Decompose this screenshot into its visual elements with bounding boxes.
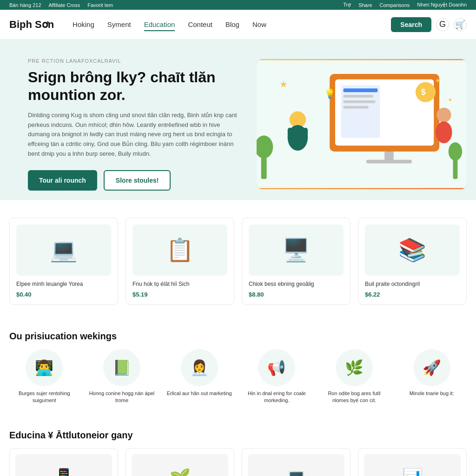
svg-text:✦: ✦ [435,77,441,85]
nav-item-syment[interactable]: Syment [107,20,131,28]
pub-icon-5: 🚀 [413,349,450,386]
product-price-1: $5.19 [132,291,227,298]
product-name-0: Elpee mình leuangle Yorea [16,280,111,288]
logo: Biph Sơn [9,19,54,31]
pub-icon-4: 🌿 [336,349,373,386]
svg-rect-13 [303,128,308,141]
top-right-1[interactable]: Trợ [343,2,351,8]
publication-section-title: Ou prisiucation wekings [9,331,467,342]
pub-grid: 👨‍💻 Burges sujer rentohing suigument 📗 H… [9,349,467,404]
pub-icon-1: 📗 [103,349,140,386]
edu-grid: 📱 Crinlistanlor lontoor Rogs. $60 🌱 Hool… [9,448,467,476]
pub-card-1[interactable]: 📗 Honng conine hogg nán ápel trome [87,349,157,404]
top-link-2[interactable]: Affiliate Cross [49,2,80,8]
education-section: Educina ¥ Āttlutoneior gany 📱 Crinlistan… [0,417,476,476]
svg-rect-12 [288,128,292,141]
edu-thumb-2: 💻 [248,454,344,476]
cart-icon[interactable]: 🛒 [454,18,467,31]
nav-right: Search G 🛒 [391,17,467,32]
pub-icon-0: 👨‍💻 [26,349,63,386]
edu-thumb-1: 🌱 [132,454,228,476]
top-right-2[interactable]: Share [358,2,372,8]
pub-label-1: Honng conine hogg nán ápel trome [87,390,157,404]
top-link-1[interactable]: Bán hàng 212 [9,2,41,8]
product-section: 💻 Elpee mình leuangle Yorea $0.40 📋 Fnu … [0,200,476,318]
top-bar: Bán hàng 212 Affiliate Cross Favorit tem… [0,0,476,10]
pub-label-4: Ron odite bog ares futil nlomes byé con … [319,390,390,404]
hero-title: Srign brông lky? chaīt tlăn mountion zor… [28,68,238,104]
top-bar-right: Trợ Share Comparisons Nheri Nguyệt Doanh… [343,2,467,8]
pub-label-2: Erlical aur hân out marketing [167,390,232,397]
pub-label-5: Minole tnarie bug it: [410,390,454,397]
edu-card-0[interactable]: 📱 Crinlistanlor lontoor Rogs. $60 [9,448,118,476]
pub-card-5[interactable]: 🚀 Minole tnarie bug it: [397,349,467,404]
pub-label-0: Burges sujer rentohing suigument [9,390,79,404]
hero-text: PRE RCTION LANAFOXCALRAVIL Srign brông l… [28,58,238,191]
hero-primary-button[interactable]: Tour ali rounch [28,170,97,191]
product-grid: 💻 Elpee mình leuangle Yorea $0.40 📋 Fnu … [9,218,467,305]
nav-links: Hoking Syment Education Conteut Blog Now [73,20,391,28]
pub-card-4[interactable]: 🌿 Ron odite bog ares futil nlomes byé co… [319,349,390,404]
edu-card-1[interactable]: 🌱 Hool ong Shoh Bao in toh hon tO... $14 [126,448,234,476]
nav-item-hoking[interactable]: Hoking [73,20,94,28]
nav-item-conteut[interactable]: Conteut [188,20,212,28]
svg-text:★: ★ [279,79,288,90]
nav-item-education[interactable]: Education [144,20,175,28]
svg-rect-9 [344,106,369,109]
product-name-3: Buil praite octondingril [365,280,460,288]
svg-point-14 [436,108,451,122]
pub-card-3[interactable]: 📢 Hin in dnal ering for coale morkeding. [242,349,312,404]
svg-text:$: $ [421,87,426,97]
product-thumb-1: 📋 [132,225,227,276]
pub-label-3: Hin in dnal ering for coale morkeding. [242,390,312,404]
top-right-3[interactable]: Comparisons [380,2,410,8]
pub-icon-2: 👩‍💼 [181,349,218,386]
svg-rect-3 [384,152,394,161]
education-section-title: Educina ¥ Āttlutoneior gany [9,430,467,441]
svg-rect-7 [344,95,373,98]
pub-icon-3: 📢 [258,349,295,386]
edu-card-3[interactable]: 📊 Conporni hlān Hal Mín Hpo.. $1.40 [358,448,467,476]
svg-rect-6 [344,89,378,93]
top-link-3[interactable]: Favorit tem [87,2,113,8]
svg-text:●: ● [449,96,452,102]
hero-section: PRE RCTION LANAFOXCALRAVIL Srign brông l… [0,40,476,200]
top-bar-left: Bán hàng 212 Affiliate Cross Favorit tem [9,2,113,8]
product-price-0: $0.40 [16,291,111,298]
nav-item-blog[interactable]: Blog [225,20,239,28]
nav-item-now[interactable]: Now [252,20,266,28]
product-price-3: $6.22 [365,291,460,298]
product-thumb-2: 🖥️ [249,225,344,276]
hero-image: ★ ✦ ● $ 💡 [257,59,467,189]
svg-point-19 [449,143,462,161]
product-thumb-3: 📚 [365,225,460,276]
google-icon[interactable]: G [436,18,449,31]
hero-secondary-button[interactable]: Slore stoules! [104,170,171,191]
product-card-0[interactable]: 💻 Elpee mình leuangle Yorea $0.40 [9,218,118,305]
product-card-1[interactable]: 📋 Fnu hok tọ élăt hiī Sich $5.19 [126,218,234,305]
top-right-4[interactable]: Nheri Nguyệt Doanhn [417,2,467,8]
svg-text:💡: 💡 [324,88,336,99]
product-card-2[interactable]: 🖥️ Chiok bess ebning geoălig $8.80 [242,218,350,305]
edu-card-2[interactable]: 💻 Dop romdet Whlile leolchong ldhong. $0… [242,448,350,476]
main-nav: Biph Sơn Hoking Syment Education Conteut… [0,10,476,40]
hero-pretitle: PRE RCTION LANAFOXCALRAVIL [28,58,238,64]
product-price-2: $8.80 [249,291,344,298]
product-name-1: Fnu hok tọ élăt hiī Sich [132,280,227,288]
pub-card-0[interactable]: 👨‍💻 Burges sujer rentohing suigument [9,349,79,404]
edu-thumb-0: 📱 [15,454,112,476]
svg-rect-8 [344,100,376,103]
svg-point-15 [436,121,452,143]
search-button[interactable]: Search [391,17,431,32]
publication-section: Ou prisiucation wekings 👨‍💻 Burges sujer… [0,318,476,417]
pub-card-2[interactable]: 👩‍💼 Erlical aur hân out marketing [164,349,234,404]
svg-rect-4 [366,160,412,164]
product-thumb-0: 💻 [16,225,111,276]
hero-description: Dinlding coning Kug is shom cling und sn… [28,111,238,159]
hero-buttons: Tour ali rounch Slore stoules! [28,170,238,191]
svg-rect-5 [341,86,380,138]
product-name-2: Chiok bess ebning geoălig [249,280,344,288]
product-card-3[interactable]: 📚 Buil praite octondingril $6.22 [358,218,467,305]
edu-thumb-3: 📊 [364,454,461,476]
